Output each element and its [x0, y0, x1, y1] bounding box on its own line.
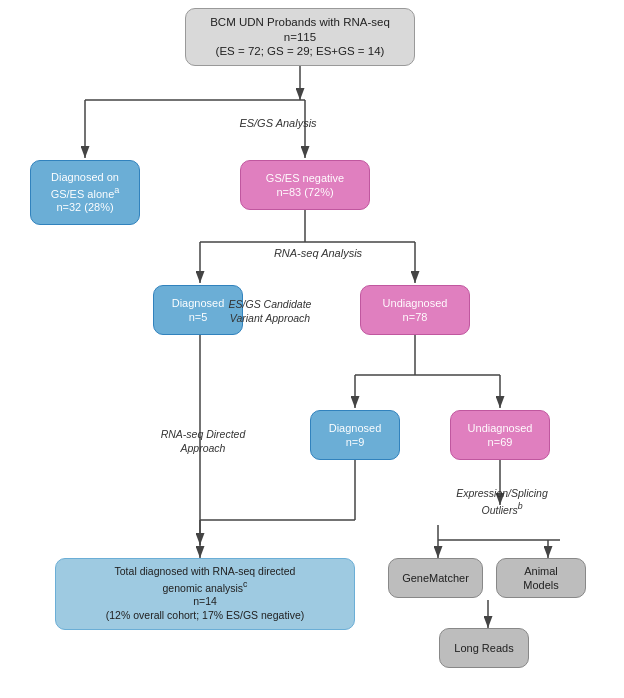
genematcher-label: GeneMatcher [402, 571, 469, 585]
undiagnosed-78-label: Undiagnosedn=78 [383, 296, 448, 325]
undiagnosed-78-box: Undiagnosedn=78 [360, 285, 470, 335]
diagnosed-gses-label: Diagnosed onGS/ES alonean=32 (28%) [51, 170, 120, 215]
gses-negative-label: GS/ES negativen=83 (72%) [266, 171, 344, 200]
expression-splicing-label: Expression/SplicingOutliersb [437, 487, 567, 517]
rna-seq-analysis-label: RNA-seq Analysis [253, 246, 383, 260]
gses-negative-box: GS/ES negativen=83 (72%) [240, 160, 370, 210]
long-reads-label: Long Reads [454, 641, 513, 655]
rna-directed-label: RNA-seq DirectedApproach [148, 428, 258, 455]
total-diagnosed-box: Total diagnosed with RNA-seq directedgen… [55, 558, 355, 630]
bcm-udn-label: BCM UDN Probands with RNA-seq n=115 (ES … [210, 15, 390, 60]
diagnosed-gses-box: Diagnosed onGS/ES alonean=32 (28%) [30, 160, 140, 225]
genematcher-box: GeneMatcher [388, 558, 483, 598]
animal-models-label: AnimalModels [523, 564, 558, 593]
undiagnosed-69-box: Undiagnosedn=69 [450, 410, 550, 460]
long-reads-box: Long Reads [439, 628, 529, 668]
diagnosed-9-box: Diagnosedn=9 [310, 410, 400, 460]
undiagnosed-69-label: Undiagnosedn=69 [468, 421, 533, 450]
es-gs-analysis-label: ES/GS Analysis [218, 116, 338, 130]
candidate-variant-label: ES/GS CandidateVariant Approach [215, 298, 325, 325]
flowchart: BCM UDN Probands with RNA-seq n=115 (ES … [0, 0, 624, 698]
diagnosed-9-label: Diagnosedn=9 [329, 421, 382, 450]
total-diagnosed-label: Total diagnosed with RNA-seq directedgen… [106, 565, 304, 622]
bcm-udn-box: BCM UDN Probands with RNA-seq n=115 (ES … [185, 8, 415, 66]
animal-models-box: AnimalModels [496, 558, 586, 598]
